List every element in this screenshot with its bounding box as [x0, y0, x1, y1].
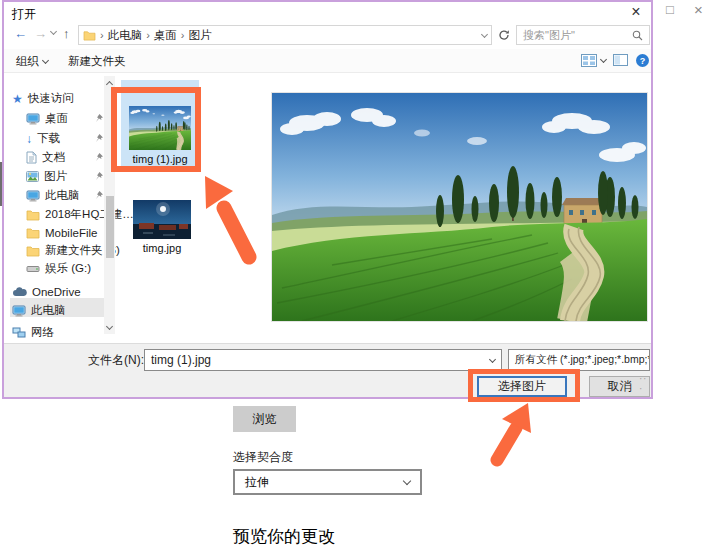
- choose-fit-label: 选择契合度: [233, 449, 293, 466]
- sidebar-item-folder-2018[interactable]: 2018年HQ二建…: [26, 206, 134, 223]
- forward-button[interactable]: →: [34, 26, 47, 42]
- pin-icon: [94, 113, 104, 123]
- sidebar-item-label: OneDrive: [32, 286, 81, 298]
- filetype-value: 所有文件 (*.jpg;*.jpeg;*.bmp;*.: [515, 353, 650, 367]
- pin-icon: [94, 133, 104, 143]
- computer-icon: [26, 190, 40, 202]
- filename-value: timg (1).jpg: [151, 353, 211, 367]
- cloud-icon: [12, 287, 27, 297]
- breadcrumb-separator: ›: [100, 29, 104, 41]
- breadcrumb-separator: ›: [181, 29, 185, 41]
- breadcrumb-this-pc[interactable]: 此电脑: [108, 28, 143, 43]
- dialog-close-button[interactable]: ×: [627, 3, 645, 21]
- sidebar-item-drive-g[interactable]: 娱乐 (G:): [26, 260, 91, 277]
- dialog-title: 打开: [12, 6, 36, 23]
- search-placeholder: 搜索"图片": [523, 28, 575, 43]
- thumbnails-view-icon: [581, 54, 597, 67]
- pin-icon: [94, 190, 104, 200]
- fit-select-value: 拉伸: [245, 474, 269, 491]
- scroll-down-icon[interactable]: [105, 323, 112, 330]
- sidebar-item-label: 桌面: [45, 111, 68, 126]
- resize-grip[interactable]: ⋅⋅⋅: [639, 374, 647, 394]
- download-icon: ↓: [26, 132, 32, 146]
- background-maximize-button[interactable]: □: [666, 2, 674, 18]
- sidebar-item-documents[interactable]: 文档: [26, 149, 65, 166]
- pin-icon: [94, 171, 104, 181]
- star-icon: ★: [12, 92, 23, 106]
- preview-changes-heading: 预览你的更改: [233, 525, 335, 547]
- folder-icon: [26, 245, 40, 257]
- sidebar-item-onedrive[interactable]: OneDrive: [12, 283, 81, 300]
- sidebar-item-this-pc[interactable]: 此电脑: [26, 187, 80, 204]
- drive-icon: [26, 264, 40, 274]
- preview-image: [271, 92, 648, 322]
- sidebar-item-label: 此电脑: [31, 303, 66, 318]
- file-thumbnail-timg[interactable]: [133, 200, 191, 239]
- new-folder-label: 新建文件夹: [68, 54, 126, 69]
- navigation-bar: ← → ↑ › 此电脑 › 桌面 › 图片 搜索"图片": [4, 22, 651, 48]
- filename-label: 文件名(N):: [88, 352, 144, 369]
- chevron-down-icon: [489, 355, 496, 362]
- pictures-icon: [26, 171, 39, 182]
- chevron-down-icon: [403, 477, 411, 485]
- folder-icon: [26, 227, 40, 239]
- new-folder-button[interactable]: 新建文件夹: [68, 54, 126, 69]
- open-file-dialog: 打开 × ← → ↑ › 此电脑 › 桌面 › 图片: [2, 0, 653, 399]
- sidebar-item-label: 此电脑: [45, 188, 80, 203]
- filename-input[interactable]: timg (1).jpg: [144, 349, 502, 371]
- sidebar-item-desktop[interactable]: 桌面: [26, 110, 68, 127]
- up-button[interactable]: ↑: [63, 26, 70, 42]
- breadcrumb-desktop[interactable]: 桌面: [154, 28, 177, 43]
- sidebar-item-network[interactable]: 网络: [12, 324, 54, 341]
- fit-select[interactable]: 拉伸: [233, 469, 422, 495]
- computer-icon: [12, 305, 26, 317]
- browse-button[interactable]: 浏览: [233, 406, 296, 432]
- view-mode-button[interactable]: [581, 54, 606, 67]
- sidebar-item-mobilefile[interactable]: MobileFile: [26, 224, 97, 241]
- file-name-label[interactable]: timg.jpg: [123, 242, 201, 254]
- desktop-icon: [26, 113, 40, 125]
- search-icon: [632, 30, 643, 41]
- folder-icon: [26, 209, 40, 221]
- organize-label: 组织: [16, 54, 39, 69]
- preview-pane-icon: [613, 54, 628, 66]
- sidebar-item-label: 文档: [42, 150, 65, 165]
- chevron-down-icon: [42, 57, 49, 64]
- filetype-select[interactable]: 所有文件 (*.jpg;*.jpeg;*.bmp;*.: [508, 349, 650, 371]
- pin-icon: [94, 152, 104, 162]
- document-icon: [26, 151, 37, 164]
- breadcrumb-separator: ›: [146, 29, 150, 41]
- address-dropdown-icon[interactable]: [481, 30, 488, 37]
- help-icon: ?: [636, 54, 649, 67]
- sidebar-item-label: MobileFile: [45, 227, 97, 239]
- back-button[interactable]: ←: [14, 26, 27, 42]
- preview-pane-button[interactable]: [613, 54, 628, 66]
- organize-button[interactable]: 组织: [16, 54, 48, 69]
- history-dropdown-icon[interactable]: [50, 28, 57, 35]
- dialog-toolbar: 组织 新建文件夹 ?: [4, 49, 651, 73]
- sidebar-item-label: 2018年HQ二建…: [45, 207, 134, 222]
- folder-icon: [83, 30, 96, 41]
- sidebar-item-pictures[interactable]: 图片: [26, 168, 67, 185]
- annotation-box-thumbnail: [111, 87, 201, 172]
- chevron-down-icon: [600, 56, 607, 63]
- sidebar-item-label: 下载: [37, 131, 60, 146]
- refresh-icon[interactable]: [498, 29, 510, 41]
- sidebar-item-quick-access[interactable]: ★ 快速访问: [12, 90, 74, 107]
- sidebar-item-label: 网络: [31, 325, 54, 340]
- sidebar-item-downloads[interactable]: ↓ 下载: [26, 130, 60, 147]
- background-close-button[interactable]: ×: [694, 2, 703, 18]
- sidebar-item-this-pc-2[interactable]: 此电脑: [12, 302, 66, 319]
- sidebar-item-label: 快速访问: [28, 91, 74, 106]
- screen: □ × 浏览 选择契合度 拉伸 预览你的更改 打开 × ← → ↑ › 此电脑 …: [0, 0, 710, 547]
- address-bar[interactable]: › 此电脑 › 桌面 › 图片: [78, 25, 492, 45]
- sidebar-item-label: 娱乐 (G:): [45, 261, 91, 276]
- network-icon: [12, 327, 26, 338]
- breadcrumb-pictures[interactable]: 图片: [189, 28, 212, 43]
- annotation-box-select-button: [468, 369, 580, 402]
- search-input[interactable]: 搜索"图片": [516, 25, 650, 45]
- scrollbar-thumb[interactable]: [106, 196, 114, 258]
- help-button[interactable]: ?: [636, 54, 649, 67]
- sidebar-item-label: 图片: [44, 169, 67, 184]
